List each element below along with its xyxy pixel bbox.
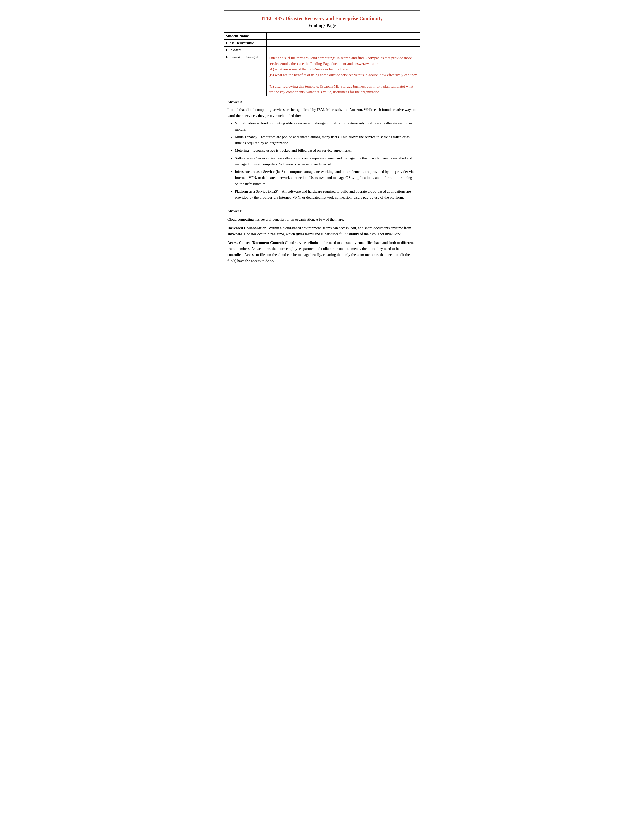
answer-b-para-2: Access Control/Document Control: Cloud s… bbox=[227, 240, 417, 264]
list-item: Infrastructure as a Service (IaaS) – com… bbox=[235, 169, 417, 187]
answer-a-intro: I found that cloud computing services ar… bbox=[227, 106, 417, 119]
due-date-row: Due date: bbox=[224, 47, 420, 54]
list-item: Virtualization – cloud computing utilize… bbox=[235, 120, 417, 132]
student-name-label: Student Name bbox=[224, 32, 267, 40]
info-sought-value: Enter and surf the terms “Cloud computin… bbox=[267, 54, 420, 96]
top-border bbox=[224, 10, 420, 11]
answer-a-label: Answer A: bbox=[227, 99, 417, 105]
list-item: Platform as a Service (PaaS) – All softw… bbox=[235, 188, 417, 200]
course-title: ITEC 437: Disaster Recovery and Enterpri… bbox=[224, 16, 420, 21]
answer-a-box: Answer A: I found that cloud computing s… bbox=[224, 96, 420, 205]
answer-b-para-1: Increased Collaboration: Within a cloud-… bbox=[227, 225, 417, 237]
answer-a-list: Virtualization – cloud computing utilize… bbox=[235, 120, 417, 200]
answer-b-label: Answer B: bbox=[227, 208, 417, 214]
list-item: Multi-Tenancy – resources are pooled and… bbox=[235, 134, 417, 146]
info-sought-label: Information Sought: bbox=[224, 54, 267, 96]
info-table: Student Name Class Deliverable Due date:… bbox=[224, 32, 420, 96]
page-title-block: ITEC 437: Disaster Recovery and Enterpri… bbox=[224, 16, 420, 28]
due-date-label: Due date: bbox=[224, 47, 267, 54]
page-subtitle: Findings Page bbox=[224, 23, 420, 28]
info-sought-text: Enter and surf the terms “Cloud computin… bbox=[269, 55, 418, 95]
info-sought-row: Information Sought: Enter and surf the t… bbox=[224, 54, 420, 96]
due-date-value[interactable] bbox=[267, 47, 420, 54]
list-item: Software as a Service (SaaS) – software … bbox=[235, 155, 417, 167]
class-deliverable-row: Class Deliverable bbox=[224, 40, 420, 47]
access-control-heading: Access Control/Document Control: bbox=[227, 241, 284, 244]
student-name-row: Student Name bbox=[224, 32, 420, 40]
answer-b-intro: Cloud computing has several benefits for… bbox=[227, 216, 417, 222]
class-deliverable-value[interactable] bbox=[267, 40, 420, 47]
student-name-value[interactable] bbox=[267, 32, 420, 40]
increased-collab-heading: Increased Collaboration: bbox=[227, 226, 268, 230]
answer-b-box: Answer B: Cloud computing has several be… bbox=[224, 205, 420, 269]
list-item: Metering – resource usage is tracked and… bbox=[235, 148, 417, 153]
class-deliverable-label: Class Deliverable bbox=[224, 40, 267, 47]
